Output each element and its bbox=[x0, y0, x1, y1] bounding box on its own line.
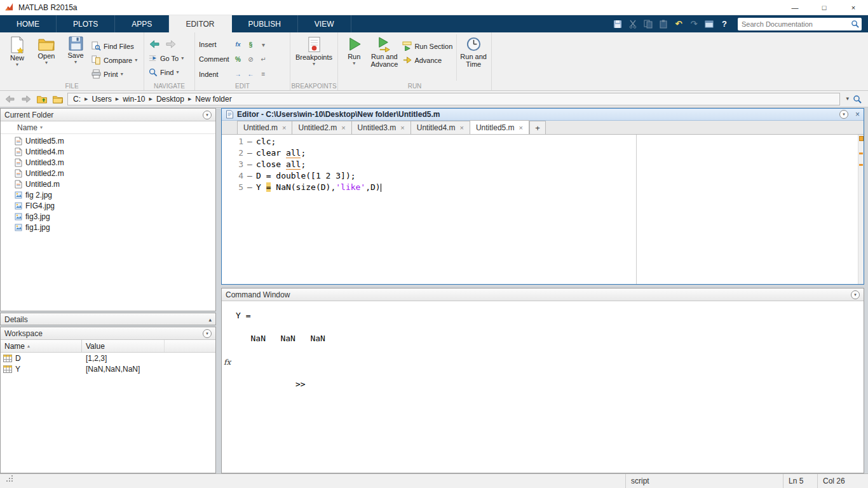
document-tab[interactable]: Untitled3.m × bbox=[351, 121, 411, 134]
open-button[interactable]: Open ▾ bbox=[33, 34, 60, 81]
breakpoints-dropdown-chevron[interactable]: ▾ bbox=[313, 62, 315, 66]
name-column-header[interactable]: Name ▾ bbox=[1, 121, 215, 134]
insert-function-icon[interactable]: fx bbox=[233, 39, 243, 50]
breadcrumb-item-users[interactable]: Users bbox=[90, 95, 112, 104]
file-row[interactable]: Untitled5.m bbox=[1, 135, 215, 146]
workspace-row[interactable]: D [1,2,3] bbox=[1, 353, 215, 363]
panel-menu-icon[interactable]: ▾ bbox=[203, 111, 212, 119]
warning-mark[interactable] bbox=[859, 164, 863, 166]
minimize-button[interactable]: — bbox=[780, 0, 810, 15]
folder-search-icon[interactable] bbox=[853, 95, 862, 104]
insert-section-icon[interactable]: § bbox=[245, 39, 256, 50]
code-line[interactable]: 3–close all; bbox=[222, 159, 864, 170]
details-header[interactable]: Details ▴ bbox=[1, 313, 215, 325]
nav-forward-icon[interactable] bbox=[20, 93, 32, 105]
save-icon[interactable] bbox=[612, 18, 623, 30]
switch-windows-icon[interactable] bbox=[703, 18, 715, 30]
tab-publish[interactable]: PUBLISH bbox=[232, 15, 298, 32]
panel-menu-icon[interactable]: ▾ bbox=[839, 110, 848, 119]
file-row[interactable]: Untitled4.m bbox=[1, 146, 215, 157]
up-one-level-icon[interactable] bbox=[36, 93, 48, 105]
run-button[interactable]: Run ▾ bbox=[342, 34, 366, 81]
save-dropdown-chevron[interactable]: ▾ bbox=[74, 60, 77, 64]
uncomment-icon[interactable]: ⊘ bbox=[245, 54, 256, 65]
code-editor-area[interactable]: 1–clc; 2–clear all; 3–close all; 4–D = d… bbox=[222, 135, 864, 284]
command-window-input-area[interactable]: Y = NaN NaN NaN fx >> bbox=[222, 301, 864, 473]
breadcrumb-separator-icon[interactable]: ▶ bbox=[149, 97, 152, 102]
compare-button[interactable]: Compare ▾ bbox=[92, 54, 137, 66]
message-indicator-strip[interactable] bbox=[858, 135, 864, 284]
new-script-button[interactable]: New ▾ bbox=[4, 34, 31, 81]
breadcrumb-item-new-folder[interactable]: New folder bbox=[194, 95, 233, 104]
tab-close-icon[interactable]: × bbox=[400, 124, 404, 132]
file-row[interactable]: Untitled3.m bbox=[1, 157, 215, 168]
resize-grip[interactable] bbox=[0, 480, 14, 482]
tab-close-icon[interactable]: × bbox=[519, 124, 523, 132]
breadcrumb-item-desktop[interactable]: Desktop bbox=[155, 95, 186, 104]
compare-dropdown-chevron[interactable]: ▾ bbox=[135, 58, 137, 62]
goto-dropdown-chevron[interactable]: ▾ bbox=[181, 56, 184, 60]
indicator-summary-icon[interactable] bbox=[859, 136, 864, 141]
command-prompt-line[interactable]: fx >> bbox=[236, 356, 864, 367]
run-and-advance-button[interactable]: Run and Advance bbox=[369, 34, 400, 81]
find-dropdown-chevron[interactable]: ▾ bbox=[176, 70, 179, 74]
workspace-row[interactable]: Y [NaN,NaN,NaN] bbox=[1, 363, 215, 374]
panel-menu-icon[interactable]: ▾ bbox=[203, 329, 212, 338]
indent-right-icon[interactable]: → bbox=[233, 69, 243, 79]
close-button[interactable]: × bbox=[839, 0, 868, 15]
print-button[interactable]: Print ▾ bbox=[92, 68, 137, 80]
code-line[interactable]: 1–clc; bbox=[222, 136, 864, 147]
breadcrumb-item-drive[interactable]: C: bbox=[72, 95, 82, 104]
comment-icon[interactable]: % bbox=[233, 54, 243, 65]
cut-icon[interactable] bbox=[627, 18, 639, 30]
search-icon[interactable] bbox=[851, 20, 859, 28]
editor-close-icon[interactable]: × bbox=[855, 110, 860, 119]
breadcrumb-item-win10[interactable]: win-10 bbox=[121, 95, 146, 104]
paste-icon[interactable] bbox=[658, 18, 669, 30]
tab-close-icon[interactable]: × bbox=[341, 124, 345, 132]
fx-icon[interactable]: fx bbox=[224, 356, 231, 368]
nav-back-icon[interactable] bbox=[4, 93, 17, 105]
address-dropdown-chevron[interactable]: ▾ bbox=[846, 97, 849, 101]
panel-menu-icon[interactable]: ▾ bbox=[851, 290, 860, 299]
advance-button[interactable]: Advance bbox=[402, 54, 452, 66]
run-section-button[interactable]: Run Section bbox=[402, 40, 452, 52]
breadcrumb-separator-icon[interactable]: ▶ bbox=[188, 97, 191, 102]
file-row[interactable]: FIG4.jpg bbox=[1, 200, 215, 211]
run-and-time-button[interactable]: Run and Time bbox=[459, 34, 487, 81]
document-tab[interactable]: Untitled.m × bbox=[237, 121, 292, 134]
undo-icon[interactable]: ↶ bbox=[673, 18, 684, 30]
save-button[interactable]: Save ▾ bbox=[62, 34, 89, 81]
copy-icon[interactable] bbox=[642, 18, 654, 30]
new-tab-button[interactable]: + bbox=[529, 121, 546, 134]
browse-folder-icon[interactable] bbox=[51, 93, 64, 105]
file-row[interactable]: fig3.jpg bbox=[1, 211, 215, 222]
run-dropdown-chevron[interactable]: ▾ bbox=[353, 61, 355, 65]
breadcrumb-separator-icon[interactable]: ▶ bbox=[85, 97, 88, 102]
file-row[interactable]: Untitled2.m bbox=[1, 168, 215, 179]
wrap-comments-icon[interactable]: ↵ bbox=[258, 54, 269, 65]
breakpoints-button[interactable]: Breakpoints ▾ bbox=[294, 34, 334, 81]
tab-editor[interactable]: EDITOR bbox=[169, 15, 231, 32]
document-tab[interactable]: Untitled2.m × bbox=[292, 121, 351, 134]
document-tab-active[interactable]: Untitled5.m × bbox=[470, 120, 529, 134]
restore-button[interactable]: □ bbox=[810, 0, 839, 15]
find-button[interactable]: Find ▾ bbox=[148, 66, 184, 78]
goto-button[interactable]: Go To ▾ bbox=[148, 52, 184, 64]
open-dropdown-chevron[interactable]: ▾ bbox=[45, 60, 48, 65]
breadcrumb-separator-icon[interactable]: ▶ bbox=[116, 97, 119, 102]
code-line[interactable]: 2–clear all; bbox=[222, 147, 864, 159]
redo-icon[interactable]: ↷ bbox=[688, 18, 700, 30]
warning-mark[interactable] bbox=[859, 152, 863, 154]
tab-view[interactable]: VIEW bbox=[298, 15, 351, 32]
tab-close-icon[interactable]: × bbox=[459, 124, 463, 132]
file-row[interactable]: Untitled.m bbox=[1, 179, 215, 189]
collapse-chevron-icon[interactable]: ▴ bbox=[208, 316, 212, 323]
code-line[interactable]: 4–D = double([1 2 3]); bbox=[222, 170, 864, 182]
smart-indent-icon[interactable]: ≡ bbox=[258, 69, 269, 79]
help-icon[interactable]: ? bbox=[719, 18, 730, 30]
column-header-name[interactable]: Name ▴ bbox=[1, 340, 82, 352]
back-arrow-icon[interactable] bbox=[149, 40, 160, 48]
column-header-value[interactable]: Value bbox=[82, 340, 165, 352]
document-tab[interactable]: Untitled4.m × bbox=[410, 121, 470, 134]
